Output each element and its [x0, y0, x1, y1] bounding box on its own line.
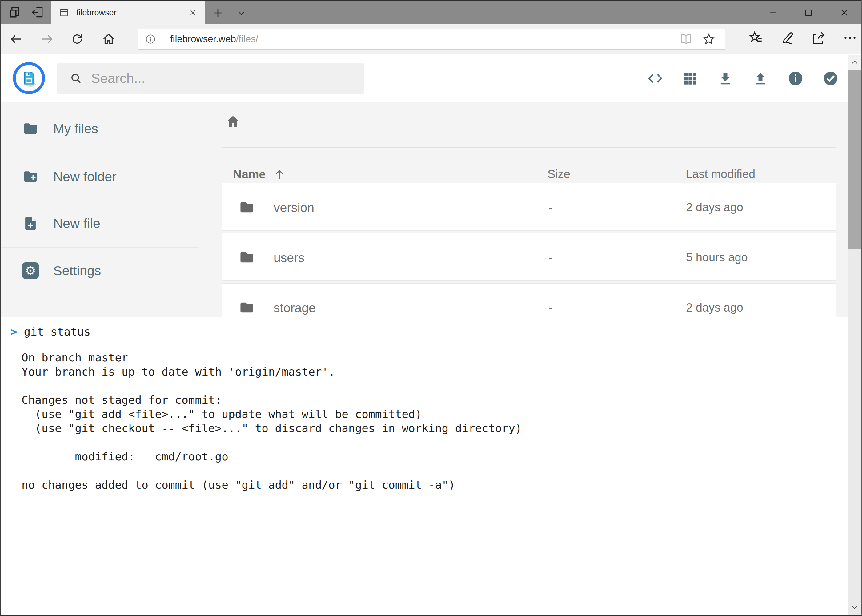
sidebar-item-label: New folder [53, 169, 117, 184]
folder-icon [239, 250, 255, 266]
column-header-size[interactable]: Size [547, 168, 570, 181]
tab-close-icon[interactable] [189, 8, 197, 17]
search-icon [69, 72, 82, 85]
code-icon[interactable] [647, 71, 663, 86]
scroll-up-icon[interactable] [848, 55, 861, 70]
search-input[interactable] [90, 71, 364, 86]
file-name: users [274, 251, 304, 265]
reading-view-icon[interactable] [679, 32, 693, 46]
window-border-bottom [0, 615, 862, 616]
column-header-modified[interactable]: Last modified [686, 168, 755, 181]
terminal-prompt: > [11, 325, 17, 338]
page-favicon-icon [59, 8, 69, 17]
sidebar-item-new-file[interactable]: New file [1, 201, 199, 245]
file-size: - [549, 301, 553, 314]
sidebar-divider [1, 247, 199, 248]
terminal-panel[interactable]: > git status On branch master Your branc… [1, 317, 848, 615]
forward-icon[interactable] [40, 32, 54, 46]
file-size: - [549, 201, 553, 214]
search-box[interactable] [57, 63, 364, 94]
create-new-folder-icon [22, 168, 39, 185]
folder-icon [239, 300, 255, 316]
back-icon[interactable] [9, 32, 24, 46]
scroll-down-icon[interactable] [848, 599, 861, 615]
new-tab-button[interactable] [212, 7, 224, 19]
maximize-button[interactable] [791, 1, 826, 24]
tab-preview-icon[interactable] [8, 6, 22, 19]
column-header-name[interactable]: Name [233, 168, 286, 181]
grid-view-icon[interactable] [682, 71, 698, 86]
file-name: version [274, 201, 314, 215]
window-border-right [861, 0, 862, 616]
url-path[interactable]: /files/ [236, 33, 258, 45]
file-modified: 2 days ago [686, 301, 743, 314]
sidebar-item-new-folder[interactable]: New folder [1, 155, 199, 198]
file-modified: 2 days ago [686, 201, 743, 214]
page-scrollbar[interactable] [848, 55, 861, 615]
file-listing: Name Size Last modified version - 2 days… [222, 102, 836, 317]
home-nav-icon[interactable] [102, 32, 116, 46]
more-options-icon[interactable] [842, 30, 858, 46]
sidebar: My files New folder New file [1, 102, 199, 317]
file-modified: 5 hours ago [686, 251, 748, 264]
listing-divider [222, 147, 836, 148]
header-actions [628, 54, 838, 102]
window-border-top [0, 0, 862, 1]
tab-dropdown-icon[interactable] [236, 8, 247, 18]
sidebar-item-settings[interactable]: ⚙ Settings [1, 249, 199, 292]
terminal-command-line: > git status [11, 325, 90, 339]
browser-toolbar: filebrowser.web/files/ [0, 24, 862, 54]
minimize-button[interactable] [755, 1, 791, 24]
terminal-command: git status [24, 325, 90, 338]
favorite-star-icon[interactable] [702, 32, 715, 46]
check-circle-icon[interactable] [823, 71, 838, 86]
file-row-version[interactable]: version - 2 days ago [222, 183, 836, 231]
file-size: - [549, 251, 553, 264]
browser-window: filebrowser [0, 0, 862, 616]
new-file-icon [22, 215, 39, 232]
share-icon[interactable] [811, 30, 826, 46]
url-host[interactable]: filebrowser.web [170, 33, 236, 45]
sort-ascending-icon [273, 168, 286, 181]
app-header [1, 54, 861, 102]
info-icon[interactable] [788, 71, 804, 86]
ink-pen-icon[interactable] [780, 30, 795, 46]
file-row-users[interactable]: users - 5 hours ago [222, 233, 836, 281]
site-info-icon[interactable] [145, 33, 156, 45]
sidebar-item-label: New file [53, 216, 100, 231]
tab-title: filebrowser [76, 8, 189, 17]
refresh-icon[interactable] [70, 32, 84, 46]
sidebar-divider [1, 153, 199, 154]
url-separator [163, 32, 164, 46]
tab-bar: filebrowser [0, 0, 862, 24]
sidebar-item-label: Settings [53, 263, 101, 278]
sidebar-item-my-files[interactable]: My files [1, 107, 199, 150]
window-border-left [0, 0, 1, 616]
filebrowser-logo[interactable] [13, 62, 45, 94]
window-controls [755, 1, 862, 24]
folder-icon [22, 120, 39, 137]
folder-icon [239, 199, 255, 215]
scrollbar-thumb[interactable] [848, 70, 861, 249]
address-bar[interactable]: filebrowser.web/files/ [137, 28, 725, 50]
breadcrumb-home-icon[interactable] [225, 114, 240, 129]
close-window-button[interactable] [826, 1, 862, 24]
upload-icon[interactable] [752, 71, 769, 86]
set-tabs-aside-icon[interactable] [31, 6, 44, 19]
download-icon[interactable] [717, 71, 733, 86]
active-tab[interactable]: filebrowser [51, 1, 205, 24]
file-name: storage [274, 301, 316, 315]
terminal-output: On branch master Your branch is up to da… [22, 350, 522, 492]
favorites-hub-icon[interactable] [748, 30, 764, 46]
sidebar-item-label: My files [53, 121, 98, 136]
settings-icon: ⚙ [22, 262, 39, 279]
